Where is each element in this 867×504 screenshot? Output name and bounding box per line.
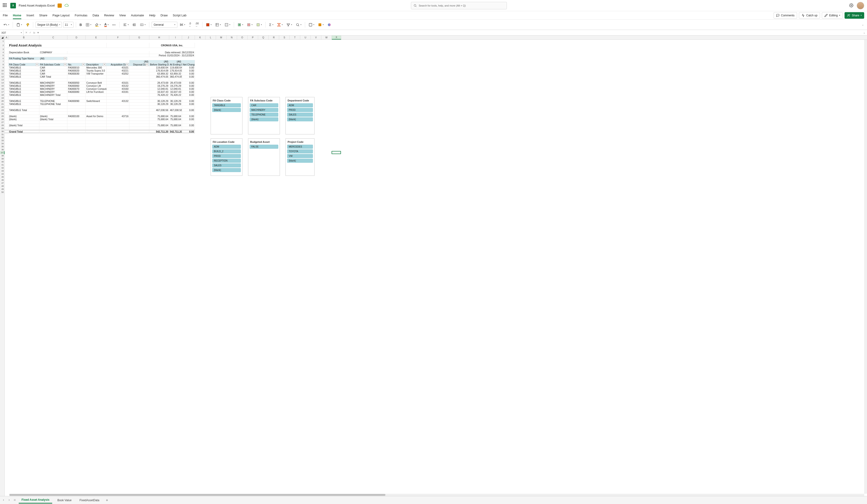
cell[interactable]: [86, 127, 107, 130]
cell[interactable]: [169, 97, 182, 100]
cell[interactable]: 16,637.43: [149, 90, 169, 94]
cell[interactable]: [182, 60, 195, 63]
cell[interactable]: [169, 106, 182, 109]
col-header[interactable]: E: [86, 35, 107, 40]
col-header[interactable]: L: [205, 35, 216, 40]
cell[interactable]: [107, 130, 129, 133]
cell[interactable]: [129, 118, 149, 121]
row-header[interactable]: 47: [0, 182, 4, 185]
select-all-corner[interactable]: ◢: [0, 35, 5, 40]
cell[interactable]: [5, 106, 8, 109]
cell[interactable]: 76,428.22: [169, 94, 182, 97]
col-header[interactable]: C: [39, 35, 67, 40]
row-header[interactable]: 35: [0, 145, 4, 148]
col-header[interactable]: W: [321, 35, 332, 40]
cell[interactable]: [5, 81, 8, 84]
cell[interactable]: [129, 90, 149, 94]
clear-button[interactable]: ▾: [276, 22, 284, 28]
cell[interactable]: [86, 109, 107, 112]
cell[interactable]: Grand Total: [8, 130, 39, 133]
cell[interactable]: 0.00: [182, 72, 195, 75]
cell[interactable]: 43191: [107, 90, 129, 94]
cell[interactable]: Conveyor Belt: [86, 81, 107, 84]
cell[interactable]: [86, 75, 107, 78]
menu-share[interactable]: Share: [39, 13, 47, 17]
slicer-item[interactable]: (blank): [250, 117, 278, 121]
menu-view[interactable]: View: [119, 13, 126, 17]
cell[interactable]: 28,473.69: [149, 81, 169, 84]
cell[interactable]: [5, 87, 8, 90]
cell[interactable]: [5, 51, 8, 54]
cell[interactable]: Disposal Date: [129, 63, 149, 66]
cell[interactable]: [107, 103, 129, 106]
cell[interactable]: 28,473.69: [169, 81, 182, 84]
cell[interactable]: [5, 75, 8, 78]
cell[interactable]: 176,914.09: [169, 69, 182, 72]
cell[interactable]: 43221: [107, 69, 129, 72]
cell[interactable]: [129, 84, 149, 87]
cell[interactable]: [107, 94, 129, 97]
editing-mode-button[interactable]: Editing▾: [822, 12, 843, 19]
cell[interactable]: [39, 106, 67, 109]
cell[interactable]: [67, 121, 86, 124]
add-sheet-button[interactable]: +: [104, 498, 109, 502]
delete-cells-button[interactable]: ▾: [246, 22, 254, 28]
cell[interactable]: 75,680.64: [169, 118, 182, 121]
cell[interactable]: [129, 72, 149, 75]
cell[interactable]: MACHINERY Total: [39, 94, 67, 97]
cell[interactable]: 0.00: [182, 84, 195, 87]
cell[interactable]: Conveyor Lift: [86, 84, 107, 87]
cell[interactable]: [86, 118, 107, 121]
sheet-tab[interactable]: Fixed Asset Analysis: [19, 497, 52, 504]
cell[interactable]: [129, 115, 149, 118]
slicer-item[interactable]: TOYOTA: [287, 149, 313, 153]
cell[interactable]: [182, 97, 195, 100]
col-header[interactable]: G: [129, 35, 149, 40]
cell[interactable]: [8, 112, 39, 115]
cell[interactable]: 75,680.64: [149, 124, 169, 127]
cell[interactable]: [129, 121, 149, 124]
cell[interactable]: [5, 100, 8, 103]
cell[interactable]: [86, 106, 107, 109]
cell[interactable]: 0.00: [182, 103, 195, 106]
cell[interactable]: Mercedes 300: [86, 66, 107, 69]
cell[interactable]: 43101: [107, 66, 129, 69]
cell[interactable]: 63,959.32: [149, 72, 169, 75]
tab-nav-prev[interactable]: [2, 498, 5, 502]
cond-format-button[interactable]: ▾: [205, 22, 213, 28]
cell[interactable]: 75,680.64: [169, 124, 182, 127]
col-header[interactable]: V: [311, 35, 321, 40]
borders-button[interactable]: ▾: [85, 22, 93, 28]
col-header[interactable]: B: [8, 35, 39, 40]
cell[interactable]: [67, 106, 86, 109]
cell[interactable]: [129, 94, 149, 97]
cell[interactable]: Conveyor Computer: [86, 87, 107, 90]
cell[interactable]: [5, 124, 8, 127]
cell[interactable]: FA000050: [67, 81, 86, 84]
cell[interactable]: Net Change: [182, 63, 195, 66]
cell[interactable]: [8, 78, 39, 81]
row-header[interactable]: 3: [0, 48, 4, 51]
cell[interactable]: [5, 63, 8, 66]
fill-color-button[interactable]: ▾: [94, 22, 102, 28]
slicer[interactable]: Project CodeMERCEDESTOYOTAVW(blank): [286, 139, 314, 176]
slicer-item[interactable]: PROD: [212, 154, 241, 158]
cell[interactable]: (All): [39, 57, 67, 60]
row-header[interactable]: 21: [0, 103, 4, 106]
ribbon-expand-button[interactable]: ⌄: [861, 22, 865, 27]
cell[interactable]: [39, 112, 67, 115]
row-header[interactable]: 5: [0, 54, 4, 57]
cell[interactable]: FA000080: [67, 90, 86, 94]
cell[interactable]: FA000030: [67, 72, 86, 75]
row-header[interactable]: 14: [0, 81, 4, 84]
row-header[interactable]: 48: [0, 185, 4, 188]
bold-button[interactable]: B: [78, 22, 83, 28]
cell[interactable]: [5, 112, 8, 115]
cell[interactable]: [5, 115, 8, 118]
cell[interactable]: 0.00: [182, 87, 195, 90]
cell[interactable]: [107, 121, 129, 124]
slicer[interactable]: Budgeted AssetFALSE: [248, 139, 280, 176]
cell[interactable]: [39, 109, 67, 112]
autosum-button[interactable]: Σ▾: [268, 22, 274, 28]
cell[interactable]: TANGIBLE: [8, 81, 39, 84]
